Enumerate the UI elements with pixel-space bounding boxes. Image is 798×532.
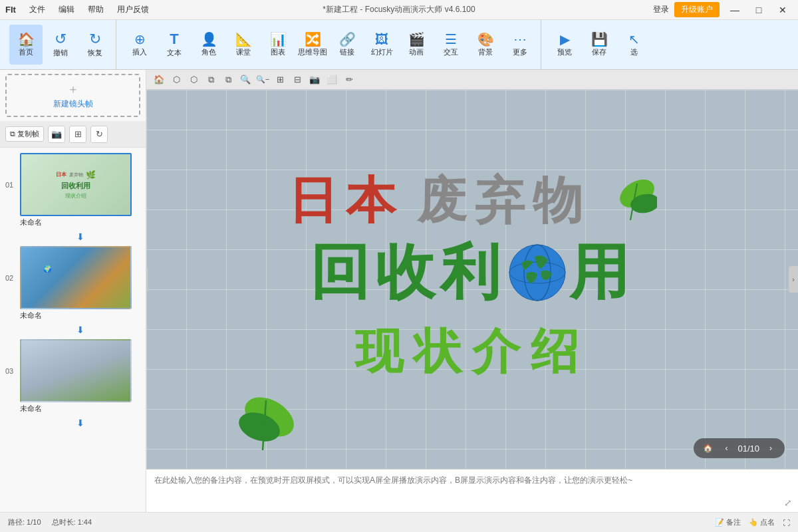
slide-line1: 日本 废弃物: [219, 176, 725, 225]
text-icon: T: [170, 32, 178, 47]
tool-animate[interactable]: 🎬 动画: [400, 25, 433, 65]
tool-select[interactable]: ↖ 选: [617, 25, 650, 65]
tool-more[interactable]: ⋯ 更多: [503, 25, 537, 65]
slide-thumb-2: 🌍: [20, 246, 132, 309]
canvas-zoom-in-btn[interactable]: 🔍: [238, 72, 253, 87]
tool-interact[interactable]: ☰ 交互: [434, 25, 467, 65]
tool-save-label: 保存: [592, 47, 606, 57]
tool-link-label: 链接: [340, 47, 354, 57]
status-duration: 总时长: 1:44: [52, 517, 92, 527]
tool-link[interactable]: 🔗 链接: [331, 25, 364, 65]
tool-bg-label: 背景: [478, 47, 493, 57]
canvas-zoom-out-btn[interactable]: 🔍−: [255, 72, 270, 87]
tool-ppt[interactable]: 🖼 幻灯片: [365, 25, 398, 65]
cycle-icon: ↻: [96, 129, 103, 139]
tool-undo[interactable]: ↺ 撤销: [44, 25, 77, 65]
new-frame-area[interactable]: ＋ 新建镜头帧: [5, 74, 140, 117]
toolbar-group-preview: ▶ 预览 💾 保存 ↖ 选: [544, 20, 654, 69]
menu-bar: 文件 编辑 帮助 用户反馈: [27, 3, 152, 17]
tool-class[interactable]: 📐 课堂: [227, 25, 260, 65]
canvas-pen-btn[interactable]: ✏: [342, 72, 356, 87]
minimize-button[interactable]: —: [725, 0, 745, 20]
tool-save[interactable]: 💾 保存: [583, 25, 616, 65]
login-button[interactable]: 登录: [653, 4, 669, 15]
maximize-button[interactable]: □: [749, 0, 769, 20]
animate-icon: 🎬: [408, 33, 425, 46]
tool-undo-label: 撤销: [53, 48, 68, 58]
tool-text[interactable]: T 文本: [158, 25, 191, 65]
frame-view-button[interactable]: ⊞: [69, 126, 86, 143]
playback-next-btn[interactable]: ›: [763, 441, 778, 456]
slide-item-3[interactable]: 03 未命名: [0, 336, 146, 416]
close-button[interactable]: ✕: [773, 0, 793, 20]
tool-interact-label: 交互: [444, 47, 458, 57]
tool-bg[interactable]: 🎨 背景: [469, 25, 502, 65]
sidebar-collapse-button[interactable]: ‹: [146, 266, 148, 293]
copy-frame-button[interactable]: ⧉ 复制帧: [5, 126, 44, 142]
tool-insert[interactable]: ⊕ 插入: [123, 25, 156, 65]
bg-icon: 🎨: [477, 33, 494, 46]
tool-insert-label: 插入: [132, 47, 147, 57]
right-expand-button[interactable]: ›: [789, 266, 798, 293]
menu-edit[interactable]: 编辑: [56, 3, 77, 17]
sidebar-toolbar: ⧉ 复制帧 📷 ⊞ ↻: [0, 121, 146, 148]
menu-help[interactable]: 帮助: [85, 3, 106, 17]
playback-home-btn[interactable]: 🏠: [700, 441, 715, 456]
more-icon: ⋯: [513, 33, 527, 46]
menu-file[interactable]: 文件: [27, 3, 48, 17]
canvas-align-btn[interactable]: ⊟: [290, 72, 305, 87]
point-status-btn[interactable]: 👆 点名: [749, 517, 775, 527]
canvas-home-btn[interactable]: 🏠: [152, 72, 166, 87]
preview-icon: ▶: [560, 33, 570, 46]
canvas-copy-btn[interactable]: ⧉: [203, 72, 218, 87]
notes-expand-button[interactable]: ⤢: [778, 469, 798, 512]
slide-row-3: 03: [5, 339, 140, 402]
slide-item-2[interactable]: 02 🌍 未命名: [0, 243, 146, 323]
tool-home[interactable]: 🏠 首页: [9, 25, 43, 65]
slide-arrow-2: ⬇: [15, 325, 146, 335]
canvas-frame-add-btn[interactable]: ⬜: [325, 72, 339, 87]
main-toolbar: 🏠 首页 ↺ 撤销 ↻ 恢复 ⊕ 插入 T 文本 👤 角色 📐 课堂 📊: [0, 20, 798, 70]
slide-name-1: 未命名: [20, 217, 42, 227]
tool-mindmap[interactable]: 🔀 思维导图: [296, 25, 329, 65]
notes-status-btn[interactable]: 📝 备注: [715, 517, 741, 527]
tool-home-label: 首页: [19, 47, 33, 57]
cycle-button[interactable]: ↻: [90, 126, 108, 143]
canvas-grid-btn[interactable]: ⊞: [273, 72, 287, 87]
canvas-copy2-btn[interactable]: ⧉: [221, 72, 235, 87]
slide-num-3: 03: [5, 367, 16, 375]
playback-current: 01: [737, 444, 747, 454]
canvas-camera-btn[interactable]: 📷: [307, 72, 322, 87]
screenshot-button[interactable]: 📷: [48, 126, 65, 143]
tool-more-label: 更多: [513, 47, 527, 57]
notes-input[interactable]: [146, 469, 778, 512]
fullscreen-status-btn[interactable]: ⛶: [783, 519, 790, 527]
upgrade-button[interactable]: 升级账户: [674, 2, 720, 17]
status-path: 路径: 1/10: [8, 517, 41, 527]
tool-chart[interactable]: 📊 图表: [261, 25, 295, 65]
status-left: 路径: 1/10 总时长: 1:44: [8, 517, 92, 527]
tool-role-label: 角色: [201, 47, 216, 57]
notes-btn-label: 备注: [726, 517, 741, 527]
slide-num-2: 02: [5, 274, 16, 282]
save-icon: 💾: [591, 33, 608, 46]
tool-preview-label: 预览: [557, 47, 572, 57]
undo-icon: ↺: [55, 32, 66, 47]
menu-feedback[interactable]: 用户反馈: [114, 3, 152, 17]
tool-role[interactable]: 👤 角色: [192, 25, 225, 65]
role-icon: 👤: [201, 33, 217, 46]
slide-line3: 现状介绍: [355, 320, 589, 384]
canvas-frame-btn[interactable]: ⬡: [169, 72, 184, 87]
mindmap-icon: 🔀: [305, 33, 321, 46]
playback-total: 10: [750, 444, 759, 454]
tool-redo[interactable]: ↻ 恢复: [78, 25, 112, 65]
canvas-frame2-btn[interactable]: ⬡: [186, 72, 201, 87]
canvas-main[interactable]: ‹ 日本 废弃物: [146, 90, 798, 469]
status-right: 📝 备注 👆 点名 ⛶: [715, 517, 790, 527]
window-title: *新建工程 - Focusky动画演示大师 v4.6.100: [323, 4, 475, 15]
slide-item-1[interactable]: 01 日本 废弃物 🌿 回收利用 现状介绍 未命名: [0, 150, 146, 230]
canvas-toolbar: 🏠 ⬡ ⬡ ⧉ ⧉ 🔍 🔍− ⊞ ⊟ 📷 ⬜ ✏: [146, 70, 798, 90]
tool-animate-label: 动画: [409, 47, 424, 57]
tool-preview[interactable]: ▶ 预览: [548, 25, 581, 65]
playback-prev-btn[interactable]: ‹: [719, 441, 733, 456]
